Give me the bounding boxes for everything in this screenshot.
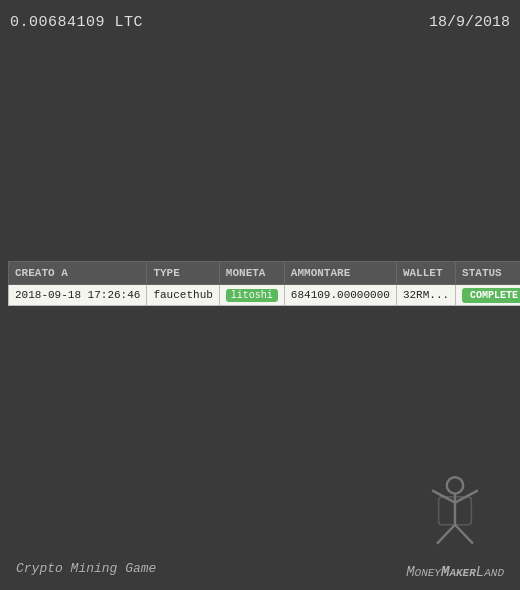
cell-creato: 2018-09-18 17:26:46 bbox=[9, 285, 147, 306]
header: 0.00684109 LTC 18/9/2018 bbox=[0, 0, 520, 41]
table-section: CREATO A TYPE MONETA AMMONTARE WALLET ST… bbox=[0, 261, 520, 306]
table-header-row: CREATO A TYPE MONETA AMMONTARE WALLET ST… bbox=[9, 262, 521, 285]
cell-moneta: litoshi bbox=[219, 285, 284, 306]
svg-line-4 bbox=[437, 525, 455, 544]
cell-wallet: 32RM... bbox=[396, 285, 455, 306]
col-ammontare: AMMONTARE bbox=[284, 262, 396, 285]
litoshi-badge: litoshi bbox=[226, 289, 278, 302]
col-type: TYPE bbox=[147, 262, 219, 285]
cell-status: COMPLETE bbox=[456, 285, 520, 306]
cell-ammontare: 684109.00000000 bbox=[284, 285, 396, 306]
col-status: STATUS bbox=[456, 262, 520, 285]
brand-money: MONEY bbox=[406, 564, 441, 580]
svg-point-0 bbox=[447, 477, 463, 493]
header-date: 18/9/2018 bbox=[429, 14, 510, 31]
footer: Crypto Mining Game MONEY MAKER LAND bbox=[0, 474, 520, 580]
brand-logo: MONEY MAKER LAND bbox=[406, 474, 504, 580]
game-label: Crypto Mining Game bbox=[16, 561, 156, 580]
brand-icon bbox=[410, 474, 500, 564]
complete-badge: COMPLETE bbox=[462, 288, 520, 303]
brand-maker: MAKER bbox=[441, 564, 476, 580]
brand-text: MONEY MAKER LAND bbox=[406, 564, 504, 580]
col-wallet: WALLET bbox=[396, 262, 455, 285]
brand-land: LAND bbox=[476, 564, 504, 580]
cell-type: faucethub bbox=[147, 285, 219, 306]
svg-line-5 bbox=[455, 525, 473, 544]
col-creato: CREATO A bbox=[9, 262, 147, 285]
col-moneta: MONETA bbox=[219, 262, 284, 285]
table-row: 2018-09-18 17:26:46faucethublitoshi68410… bbox=[9, 285, 521, 306]
transactions-table: CREATO A TYPE MONETA AMMONTARE WALLET ST… bbox=[8, 261, 520, 306]
header-amount: 0.00684109 LTC bbox=[10, 14, 143, 31]
